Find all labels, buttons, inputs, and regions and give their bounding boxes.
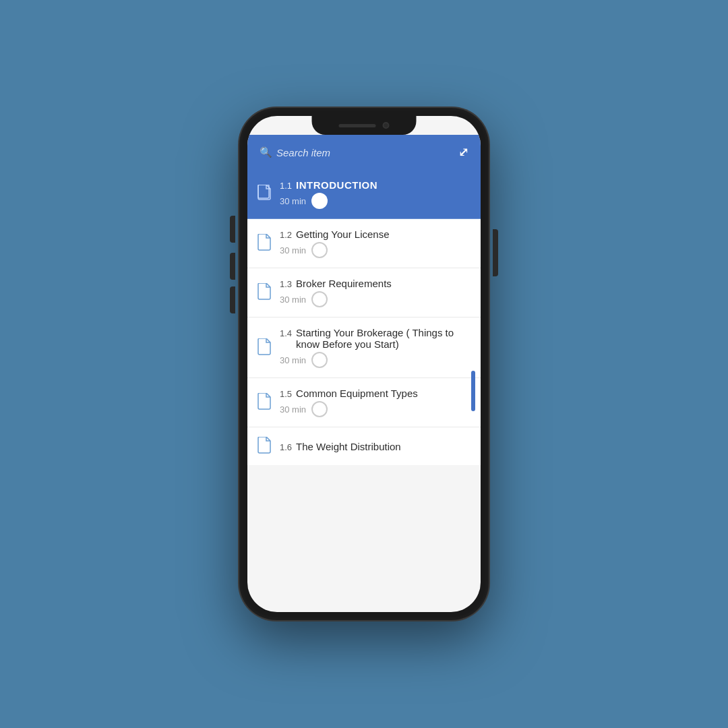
item-meta: 30 min	[280, 352, 468, 368]
item-number: 1.2	[280, 230, 292, 240]
item-title: Broker Requirements	[296, 278, 392, 289]
list-item[interactable]: 1.1 INTRODUCTION 30 min	[247, 170, 481, 219]
document-icon	[257, 338, 273, 357]
item-content: 1.5 Common Equipment Types 30 min	[280, 388, 468, 417]
front-camera	[383, 122, 390, 129]
course-list: 1.1 INTRODUCTION 30 min	[247, 170, 481, 612]
completion-circle[interactable]	[311, 352, 328, 368]
phone-notch	[312, 116, 417, 135]
item-number: 1.4	[280, 328, 292, 338]
item-meta: 30 min	[280, 401, 468, 417]
phone-frame: 🔍 Search item ⤢	[239, 108, 489, 620]
completion-circle[interactable]	[311, 401, 328, 417]
item-title: Starting Your Brokerage ( Things to know…	[296, 327, 468, 350]
svg-rect-0	[258, 185, 269, 198]
speaker-grille	[339, 124, 376, 127]
item-duration: 30 min	[280, 404, 306, 415]
item-title: Common Equipment Types	[296, 388, 418, 399]
item-content: 1.3 Broker Requirements 30 min	[280, 278, 468, 307]
item-title: Getting Your License	[296, 229, 389, 240]
item-duration: 30 min	[280, 245, 306, 255]
document-icon	[257, 185, 273, 204]
scroll-indicator[interactable]	[471, 371, 475, 411]
item-title: The Weight Distribution	[296, 441, 401, 452]
search-header[interactable]: 🔍 Search item ⤢	[247, 135, 481, 170]
phone-screen: 🔍 Search item ⤢	[247, 116, 481, 612]
item-meta: 30 min	[280, 193, 468, 209]
document-icon	[257, 437, 273, 456]
list-item[interactable]: 1.6 The Weight Distribution	[247, 427, 481, 465]
expand-icon[interactable]: ⤢	[458, 145, 468, 160]
document-icon	[257, 283, 273, 302]
completion-circle[interactable]	[311, 291, 328, 307]
document-icon	[257, 234, 273, 253]
item-number: 1.6	[280, 442, 292, 452]
item-content: 1.2 Getting Your License 30 min	[280, 229, 468, 258]
search-placeholder[interactable]: Search item	[276, 147, 330, 158]
item-number: 1.3	[280, 279, 292, 289]
completion-circle[interactable]	[311, 242, 328, 258]
list-item[interactable]: 1.3 Broker Requirements 30 min	[247, 268, 481, 317]
completion-circle[interactable]	[311, 193, 328, 209]
list-item[interactable]: 1.5 Common Equipment Types 30 min	[247, 378, 481, 427]
search-icon: 🔍	[260, 146, 272, 158]
item-number: 1.5	[280, 389, 292, 399]
document-icon	[257, 393, 273, 412]
list-item[interactable]: 1.4 Starting Your Brokerage ( Things to …	[247, 317, 481, 378]
search-input-area[interactable]: 🔍 Search item	[260, 146, 458, 158]
item-content: 1.4 Starting Your Brokerage ( Things to …	[280, 327, 468, 368]
item-meta: 30 min	[280, 291, 468, 307]
item-meta: 30 min	[280, 242, 468, 258]
item-content: 1.6 The Weight Distribution	[280, 441, 468, 452]
screen-content: 🔍 Search item ⤢	[247, 116, 481, 612]
item-number: 1.1	[280, 181, 292, 191]
item-duration: 30 min	[280, 355, 306, 365]
item-title: INTRODUCTION	[296, 179, 377, 191]
list-item[interactable]: 1.2 Getting Your License 30 min	[247, 219, 481, 268]
item-content: 1.1 INTRODUCTION 30 min	[280, 179, 468, 209]
item-duration: 30 min	[280, 295, 306, 305]
item-duration: 30 min	[280, 196, 306, 206]
